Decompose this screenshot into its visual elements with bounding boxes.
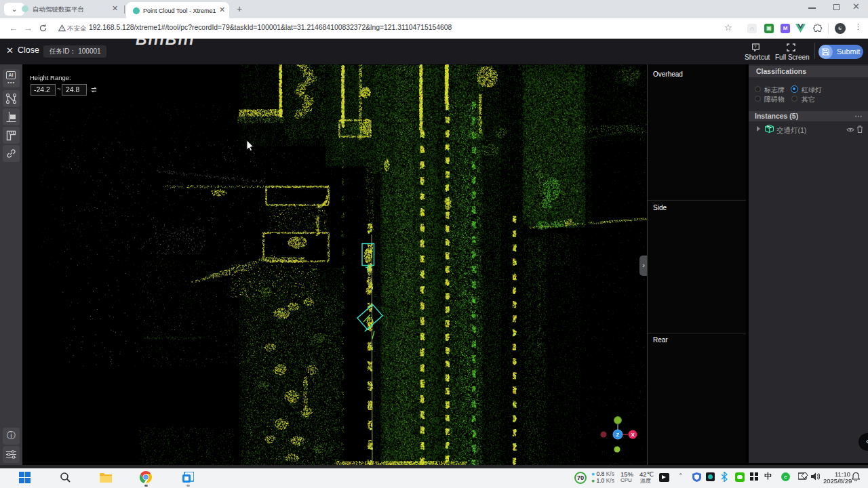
svg-text:?: ? [754,44,757,49]
